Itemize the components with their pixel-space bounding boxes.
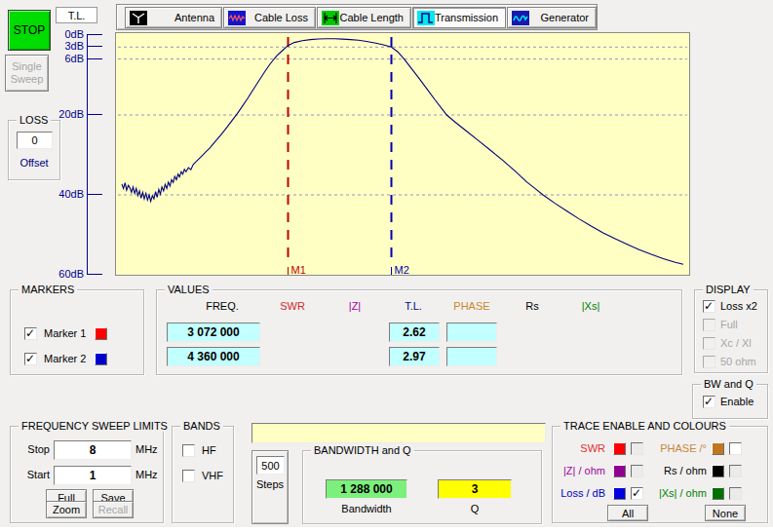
display-loss-x2-label: Loss x2 [720,300,757,312]
y-axis-tick-0db [88,34,102,35]
marker2-checkbox[interactable] [24,353,37,365]
toolbar-label-cable-length: Cable Length [339,12,406,23]
values-header-phase: PHASE [443,300,501,312]
y-axis-tick-20db [88,114,102,115]
marker2-label: Marker 2 [44,353,86,364]
stop-freq-label: Stop [22,443,50,455]
display-loss-x2-checkbox[interactable] [703,300,715,313]
trace-swatch-loss[interactable] [613,487,626,500]
bands-group-title: BANDS [180,420,223,432]
trace-checkbox-xs[interactable] [729,487,742,500]
display-50ohm-label: 50 ohm [720,356,756,367]
start-freq-unit: MHz [135,469,158,480]
bw-q-group: BW and Q Enable [692,384,768,419]
values-header-freq: FREQ. [183,300,261,312]
toolbar: Antenna Cable Loss Cable Length Transmis… [116,4,598,30]
toolbar-button-antenna[interactable]: Antenna [125,7,222,28]
values-header-z: |Z| [326,300,384,312]
y-axis-tick-3db [88,46,102,47]
marker1-checkbox[interactable] [24,327,37,340]
bands-group: BANDS HF VHF [172,426,234,523]
bwq-enable-checkbox[interactable] [703,396,715,408]
trace-swatch-rs[interactable] [712,465,724,477]
toolbar-button-cable-length[interactable]: Cable Length [317,7,411,28]
y-axis-label-40db: 40dB [37,187,84,201]
svg-text:M1: M1 [291,264,306,275]
toolbar-button-transmission[interactable]: Transmission [412,7,506,28]
y-axis: 0dB3dB6dB20dB40dB60dB [0,0,115,292]
trace-checkbox-swr[interactable] [631,442,643,455]
vhf-checkbox[interactable] [182,470,195,482]
trace-label-loss: Loss / dB [555,487,605,499]
chart-canvas: M1M2 [116,33,689,275]
toolbar-button-cable-loss[interactable]: Cable Loss [223,7,316,28]
trace-checkbox-z[interactable] [631,465,643,477]
trace-swatch-phase[interactable] [712,442,724,455]
all-button[interactable]: All [607,505,648,521]
tl-value-m2: 2.97 [389,347,440,366]
stop-freq-unit: MHz [135,443,158,455]
display-xc-xl-checkbox[interactable] [703,337,715,350]
trace-swatch-z[interactable] [613,465,626,477]
antenna-icon [130,11,147,25]
start-freq-label: Start [22,469,50,480]
q-label: Q [438,503,512,514]
trace-checkbox-phase[interactable] [729,442,742,455]
trace-label-xs: |Xs| / ohm [650,487,707,499]
bandwidth-q-group: BANDWIDTH and Q 1 288 000 Bandwidth 3 Q [302,450,542,524]
markers-group-title: MARKERS [19,284,77,295]
toolbar-label-transmission: Transmission [435,12,500,23]
display-group: DISPLAY Loss x2 Full Xc / Xl 50 ohm [694,289,768,373]
marker1-label: Marker 1 [44,327,86,339]
start-freq-input[interactable]: 1 [54,466,132,485]
phase-value-m1 [446,323,497,342]
trace-label-swr: SWR [555,442,605,454]
stop-freq-input[interactable]: 8 [54,440,132,460]
cable-length-icon [322,11,339,25]
display-group-title: DISPLAY [703,284,754,295]
y-axis-label-60db: 60dB [37,267,84,281]
display-full-checkbox[interactable] [703,319,715,331]
y-axis-tick-40db [88,194,102,195]
trace-label-phase: PHASE /° [650,442,707,454]
none-button[interactable]: None [705,505,746,521]
trace-checkbox-loss[interactable] [631,487,643,500]
bandwidth-value: 1 288 000 [326,479,407,499]
tl-value-m1: 2.62 [389,323,440,342]
bandwidth-group-title: BANDWIDTH and Q [311,444,414,456]
steps-panel: 500 Steps [251,450,289,524]
recall-button[interactable]: Recall [93,501,134,518]
y-axis-line [87,34,88,275]
bandwidth-label: Bandwidth [326,503,407,514]
freq-value-m1[interactable]: 3 072 000 [167,323,260,342]
values-group: VALUES FREQ. SWR |Z| T.L. PHASE Rs |Xs| … [156,289,682,375]
values-header-rs: Rs [503,300,561,312]
trace-checkbox-rs[interactable] [729,465,742,477]
steps-input[interactable]: 500 [256,456,285,475]
values-header-swr: SWR [263,300,322,312]
trace-group-title: TRACE ENABLE AND COLOURS [560,420,729,432]
steps-label: Steps [252,478,288,490]
phase-value-m2 [446,347,497,366]
trace-swatch-swr[interactable] [613,442,626,455]
sweep-group-title: FREQUENCY SWEEP LIMITS [19,420,171,432]
cable-loss-icon [228,11,246,25]
trace-label-rs: Rs / ohm [650,465,707,476]
display-50ohm-checkbox[interactable] [703,356,715,368]
zoom-button[interactable]: Zoom [46,501,87,518]
message-bar [251,423,546,443]
marker2-color-swatch[interactable] [95,353,107,365]
marker1-color-swatch[interactable] [95,327,107,340]
hf-label: HF [202,444,216,456]
y-axis-tick-60db [88,274,102,275]
sweep-chart[interactable]: M1M2 [115,32,690,276]
generator-icon [512,11,529,25]
trace-swatch-xs[interactable] [712,487,724,500]
toolbar-button-generator[interactable]: Generator [507,7,597,28]
frequency-sweep-limits-group: FREQUENCY SWEEP LIMITS Stop 8 MHz Start … [10,426,164,523]
hf-checkbox[interactable] [182,444,195,457]
freq-value-m2[interactable]: 4 360 000 [167,347,260,366]
app-window: { "window": { "background": "#F1F0EF" },… [0,0,773,532]
vhf-label: VHF [202,470,223,481]
toolbar-label-antenna: Antenna [147,12,216,23]
